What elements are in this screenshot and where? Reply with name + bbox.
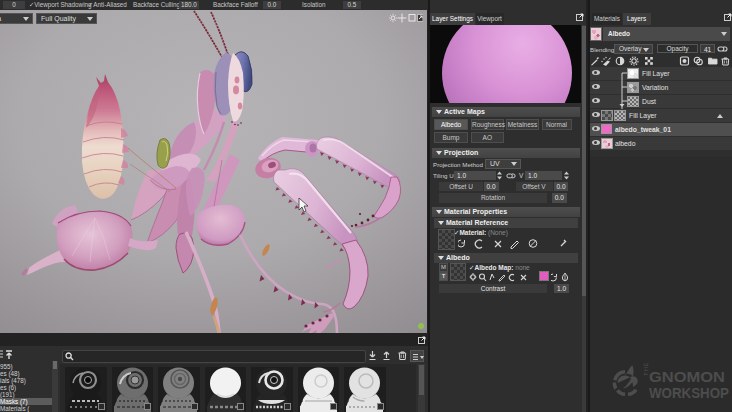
svg-text:GNOMON: GNOMON bbox=[649, 369, 725, 385]
svg-text:THE: THE bbox=[642, 362, 649, 376]
svg-text:WORKSHOP: WORKSHOP bbox=[649, 385, 729, 401]
